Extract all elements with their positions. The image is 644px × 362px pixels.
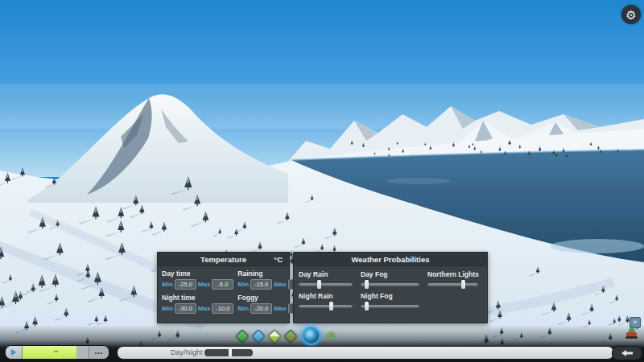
slider-handle[interactable] [365, 280, 369, 289]
plant-flower-icon[interactable]: ✿ [327, 331, 336, 341]
slider-handle[interactable] [317, 280, 321, 289]
temperature-title: Temperature [200, 255, 246, 264]
night-rain-block: Night Rain [299, 292, 357, 311]
play-button[interactable] [6, 346, 23, 359]
temperature-unit: °C [274, 255, 283, 264]
sim-progress-tick [54, 351, 58, 352]
simulation-speed-pill: ••• [5, 345, 109, 360]
night-time-min-input[interactable]: -30.0 [175, 303, 196, 314]
slider-handle[interactable] [461, 280, 465, 289]
day-time-min-input[interactable]: -25.0 [175, 279, 196, 290]
sim-progress-fill [23, 346, 76, 359]
settings-gear-button[interactable]: ⚙ [621, 5, 641, 24]
day-night-control-bar[interactable]: Day/Night Control [117, 346, 614, 360]
temperature-panel: Temperature °C Day time Min -25.0 Max -5… [157, 252, 290, 323]
min-label: Min [237, 281, 249, 288]
arrow-left-icon [621, 350, 634, 356]
slider-track [427, 283, 478, 286]
weather-probabilities-panel: Weather Probabilities Day Rain Day Fog N… [293, 252, 488, 323]
day-fog-block: Day Fog [361, 270, 423, 289]
play-icon [11, 349, 16, 356]
min-label: Min [162, 305, 173, 312]
terrain-map-diamond-icon[interactable] [268, 329, 282, 343]
raining-min-input[interactable]: -15.0 [250, 279, 272, 290]
collapse-toolbar-button[interactable] [612, 346, 642, 360]
min-label: Min [162, 281, 173, 288]
slider-track [299, 305, 353, 308]
weather-probabilities-title: Weather Probabilities [352, 255, 430, 264]
min-label: Min [237, 305, 249, 312]
weather-settings-panel: Temperature °C Day time Min -25.0 Max -5… [157, 252, 488, 323]
sim-speed-dots-button[interactable]: ••• [89, 346, 109, 359]
day-segment[interactable] [204, 349, 229, 356]
temperature-panel-header: Temperature °C [158, 253, 289, 266]
water-diamond-icon[interactable] [252, 329, 266, 343]
day-rain-block: Day Rain [299, 270, 357, 289]
day-time-field: Day time Min -25.0 Max -5.0 [162, 269, 233, 290]
forestry-diamond-icon[interactable] [236, 329, 250, 343]
night-fog-block: Night Fog [361, 292, 423, 311]
sim-progress-bar[interactable] [23, 346, 89, 359]
max-label: Max [198, 305, 211, 312]
max-label: Max [274, 281, 287, 288]
day-time-max-input[interactable]: -5.0 [212, 279, 233, 290]
day-fog-slider[interactable] [361, 280, 423, 289]
northern-lights-slider[interactable] [427, 280, 482, 289]
northern-lights-block: Northern Lights [427, 270, 482, 289]
night-segment[interactable] [232, 349, 253, 356]
day-night-slider[interactable] [204, 349, 254, 356]
unpin-icon[interactable]: ✕ [630, 317, 641, 328]
resources-diamond-icon[interactable] [284, 329, 298, 343]
day-night-handle[interactable] [229, 349, 231, 356]
night-fog-slider[interactable] [361, 302, 423, 311]
slider-track [299, 283, 353, 286]
weather-probabilities-header: Weather Probabilities [294, 253, 487, 266]
night-time-field: Night time Min -30.0 Max -10.0 [162, 294, 233, 314]
night-time-max-input[interactable]: -10.0 [212, 303, 233, 314]
slider-handle[interactable] [329, 302, 333, 311]
foggy-min-input[interactable]: -20.0 [250, 303, 272, 314]
game-screen: { "hud": { "settings_gear_glyph": "⚙", "… [0, 0, 644, 362]
gear-icon: ⚙ [625, 9, 636, 21]
toolbar-icon-row: ✿ [237, 327, 336, 345]
slider-track [361, 305, 419, 308]
environment-globe-icon[interactable] [302, 327, 320, 345]
max-label: Max [198, 281, 211, 288]
day-rain-slider[interactable] [299, 280, 357, 289]
bulldozer-icon[interactable] [623, 327, 639, 345]
slider-track [361, 283, 419, 286]
night-rain-slider[interactable] [299, 302, 357, 311]
slider-handle[interactable] [365, 302, 369, 311]
max-label: Max [274, 305, 287, 312]
